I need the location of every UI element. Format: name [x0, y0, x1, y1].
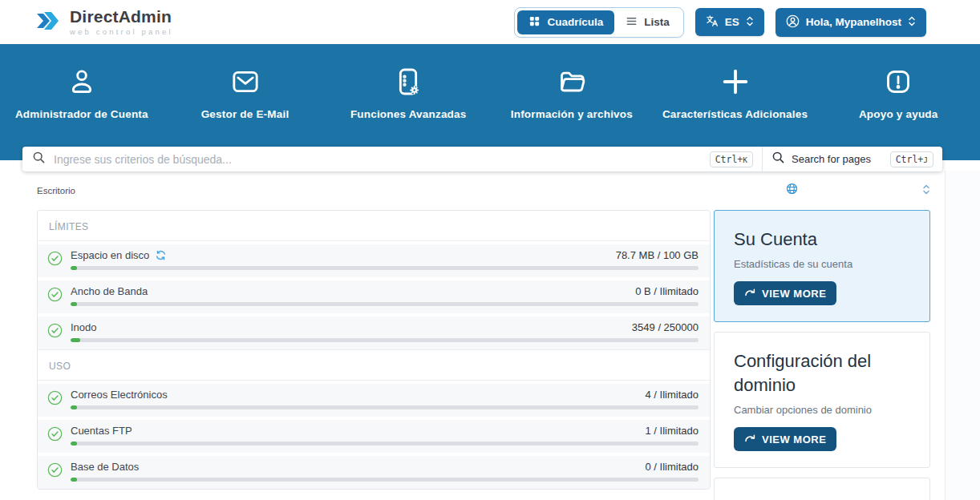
alert-square-icon: [816, 66, 980, 98]
stat-row-database: Base de Datos 0 / Ilimitado: [38, 456, 710, 489]
search-for-pages-button[interactable]: Search for pages Ctrl+J: [762, 147, 942, 171]
nav-item-support-help[interactable]: Apoyo y ayuda: [816, 44, 980, 120]
stat-label: Base de Datos: [71, 461, 139, 473]
nav-item-advanced-features[interactable]: Funciones Avanzadas: [326, 44, 490, 120]
search-input[interactable]: [54, 153, 702, 166]
language-selector[interactable]: ES: [695, 8, 764, 36]
view-more-button[interactable]: VIEW MORE: [734, 281, 836, 305]
stat-value: 4 / Ilimitado: [646, 389, 699, 401]
view-toggle-group: Cuadrícula Lista: [514, 7, 683, 38]
nav-item-label: Gestor de E-Mail: [164, 108, 327, 120]
view-more-button[interactable]: VIEW MORE: [734, 427, 836, 451]
document-gear-icon: [326, 66, 490, 98]
refresh-icon[interactable]: [156, 250, 166, 260]
progress-bar: [71, 266, 699, 270]
logo-chevrons-icon: [32, 6, 63, 39]
section-title-limits: LÍMITES: [49, 221, 88, 232]
stat-row-bandwidth: Ancho de Banda 0 B / Ilimitado: [38, 280, 710, 313]
stat-row-inode: Inodo 3549 / 250000: [38, 317, 710, 349]
top-controls: Cuadrícula Lista ES: [514, 7, 926, 38]
grid-view-button[interactable]: Cuadrícula: [517, 10, 614, 34]
folder-icon: [490, 66, 654, 98]
card-subtitle: Estadísticas de su cuenta: [734, 257, 910, 272]
mail-icon: [164, 66, 327, 98]
stat-value: 3549 / 250000: [632, 321, 699, 333]
progress-bar: [71, 442, 699, 446]
card-title: Mensajes: [734, 495, 910, 500]
nav-item-extra-features[interactable]: Características Adicionales: [654, 44, 817, 120]
user-menu-label: Hola, Mypanelhost: [806, 16, 901, 28]
logo-subtitle: web control panel: [70, 27, 173, 36]
nav-item-email-manager[interactable]: Gestor de E-Mail: [164, 44, 327, 120]
chevron-updown-icon: [746, 16, 754, 29]
stat-row-disk-space: Espacio en disco 78.7 MB / 100 GB: [38, 244, 710, 277]
stat-label: Correos Electrónicos: [71, 389, 168, 401]
nav-item-label: Características Adicionales: [654, 108, 817, 120]
section-title-usage: USO: [49, 361, 71, 372]
side-cards: Su Cuenta Estadísticas de su cuenta VIEW…: [714, 210, 930, 500]
card-your-account: Su Cuenta Estadísticas de su cuenta VIEW…: [714, 210, 930, 322]
usage-section: USO Correos Electrónicos 4 / Ilimitado: [38, 349, 710, 489]
stat-row-ftp: Cuentas FTP 1 / Ilimitado: [38, 420, 710, 453]
search-icon: [32, 151, 46, 167]
user-icon: [0, 66, 164, 98]
stat-label: Cuentas FTP: [71, 425, 132, 437]
main-content: LÍMITES Espacio en disco: [0, 207, 980, 500]
check-circle-icon: [47, 287, 63, 305]
list-icon: [626, 15, 638, 30]
redo-arrow-icon: [744, 433, 755, 446]
check-circle-icon: [47, 323, 63, 341]
list-view-label: Lista: [644, 16, 670, 28]
grid-icon: [528, 15, 541, 30]
language-label: ES: [725, 16, 739, 28]
progress-bar: [71, 302, 699, 306]
stat-row-emails: Correos Electrónicos 4 / Ilimitado: [38, 384, 710, 417]
global-search: Ctrl+K: [22, 147, 762, 171]
card-messages: Mensajes Messages, tickets and ticket re…: [714, 478, 930, 500]
stat-value: 0 / Ilimitado: [646, 461, 699, 473]
progress-bar: [71, 405, 699, 409]
user-menu-button[interactable]: Hola, Mypanelhost: [775, 8, 926, 37]
progress-bar: [71, 338, 699, 342]
grid-view-label: Cuadrícula: [547, 16, 603, 28]
main-nav-band: Administrador de Cuenta Gestor de E-Mail: [0, 44, 980, 160]
nav-item-label: Información y archivos: [490, 108, 654, 120]
plus-icon: [654, 66, 817, 98]
stat-value: 1 / Ilimitado: [646, 425, 699, 437]
search-shortcut-badge: Ctrl+K: [710, 151, 753, 167]
progress-bar: [71, 478, 699, 482]
check-circle-icon: [47, 462, 63, 481]
stat-value: 78.7 MB / 100 GB: [616, 249, 699, 261]
limits-section: LÍMITES Espacio en disco: [38, 211, 710, 349]
stat-value: 0 B / Ilimitado: [635, 285, 699, 297]
pages-shortcut-badge: Ctrl+J: [890, 151, 933, 167]
logo-title: DirectAdmin: [70, 8, 173, 25]
nav-item-account-manager[interactable]: Administrador de Cuenta: [0, 44, 164, 120]
check-circle-icon: [47, 426, 63, 445]
domain-selector[interactable]: [786, 181, 930, 200]
check-circle-icon: [47, 251, 63, 269]
chevron-updown-icon: [908, 16, 916, 29]
globe-icon: [786, 183, 798, 198]
list-view-button[interactable]: Lista: [614, 10, 681, 34]
search-panel: Ctrl+K Search for pages Ctrl+J: [22, 147, 942, 171]
search-icon: [771, 151, 785, 167]
stat-label: Inodo: [71, 321, 97, 333]
card-subtitle: Cambiar opciones de dominio: [734, 403, 910, 417]
redo-arrow-icon: [744, 287, 755, 300]
nav-item-files-info[interactable]: Información y archivos: [490, 44, 654, 120]
nav-item-label: Apoyo y ayuda: [816, 108, 980, 120]
scrollbar-gutter[interactable]: [945, 171, 980, 500]
card-title: Su Cuenta: [734, 228, 910, 252]
directadmin-logo[interactable]: DirectAdmin web control panel: [32, 6, 173, 39]
breadcrumb[interactable]: Escritorio: [37, 186, 75, 196]
user-circle-icon: [786, 14, 800, 30]
search-pages-label: Search for pages: [792, 153, 871, 165]
stats-card: LÍMITES Espacio en disco: [37, 210, 711, 490]
check-circle-icon: [47, 390, 63, 409]
translate-icon: [706, 14, 719, 30]
top-bar: DirectAdmin web control panel Cuadrícula: [0, 0, 980, 44]
card-domain-setup: Configuración del dominio Cambiar opcion…: [714, 332, 930, 468]
breadcrumb-row: Escritorio: [0, 171, 980, 207]
sort-chevrons-icon: [922, 183, 930, 198]
